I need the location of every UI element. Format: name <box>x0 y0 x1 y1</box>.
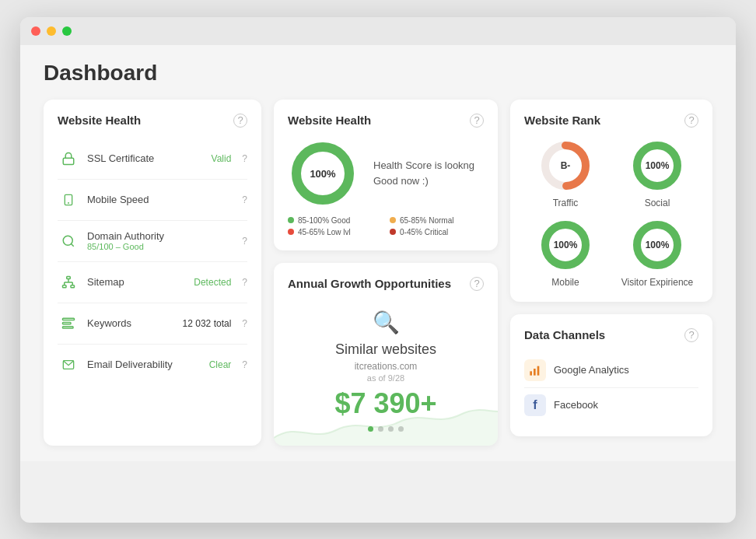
health-legend: 85-100% Good 65-85% Normal 45-65% Low lv… <box>288 216 484 236</box>
email-status: Clear <box>209 359 232 370</box>
website-health-sidebar-card: Website Health ? SSL Certificate Valid ? <box>44 100 261 446</box>
sitemap-icon <box>58 271 79 293</box>
sitemap-status: Detected <box>194 277 231 288</box>
ssl-icon <box>58 148 79 170</box>
domain-subtext: 85/100 – Good <box>87 242 231 251</box>
email-help[interactable]: ? <box>242 359 247 370</box>
rank-help[interactable]: ? <box>684 114 698 128</box>
legend-item-critical: 0-45% Critical <box>390 228 484 236</box>
growth-domain: itcreations.com <box>355 361 418 372</box>
mobile-rank-label: Mobile <box>551 277 579 288</box>
website-rank-card: Website Rank ? B- <box>510 100 712 302</box>
close-button[interactable] <box>31 26 40 36</box>
email-label: Email Deliverability <box>87 359 201 370</box>
app-window: Dashboard Website Health ? SSL Certifica… <box>20 17 736 523</box>
growth-similar-label: Similar websites <box>335 341 436 358</box>
svg-rect-14 <box>63 326 74 327</box>
svg-rect-0 <box>63 158 74 164</box>
social-donut: 100% <box>630 138 684 193</box>
social-value: 100% <box>646 160 670 171</box>
search-icon: 🔍 <box>373 310 400 335</box>
traffic-label: Traffic <box>553 198 579 208</box>
growth-chart <box>274 391 498 446</box>
channel-facebook[interactable]: f Facebook <box>524 388 698 422</box>
mobile-help[interactable]: ? <box>242 194 247 205</box>
middle-column: Website Health ? 100% Health Score is lo… <box>274 100 498 446</box>
sidebar-card-header: Website Health ? <box>58 114 247 128</box>
channels-title: Data Channels <box>524 328 605 341</box>
growth-header: Annual Growth Opportunities ? <box>288 277 484 291</box>
rank-item-visitor: 100% Visitor Expirience <box>616 218 698 288</box>
ssl-status: Valid <box>212 153 232 164</box>
rank-header: Website Rank ? <box>524 114 698 128</box>
maximize-button[interactable] <box>62 26 72 36</box>
domain-help[interactable]: ? <box>242 236 247 247</box>
annual-growth-card: Annual Growth Opportunities ? 🔍 Similar … <box>274 263 498 446</box>
legend-dot-normal <box>390 217 396 223</box>
legend-dot-good <box>288 217 294 223</box>
donut-section: 100% Health Score is lookng Good now :) <box>288 138 484 208</box>
legend-item-normal: 65-85% Normal <box>390 216 484 225</box>
keywords-status: 12 032 total <box>183 318 232 329</box>
health-donut-help[interactable]: ? <box>470 114 484 128</box>
analytics-icon <box>524 359 546 381</box>
svg-line-4 <box>71 243 73 246</box>
rank-item-traffic: B- Traffic <box>524 138 607 208</box>
health-item-sitemap: Sitemap Detected ? <box>58 262 247 303</box>
growth-title: Annual Growth Opportunities <box>288 277 451 290</box>
svg-rect-7 <box>71 285 75 287</box>
mobile-rank-value: 100% <box>554 240 578 250</box>
health-item-email: Email Deliverability Clear ? <box>58 345 247 385</box>
main-donut: 100% <box>288 138 358 208</box>
domain-label: Domain Authority <box>87 230 231 242</box>
health-score-text: Health Score is lookng Good now :) <box>373 158 484 188</box>
growth-date: as of 9/28 <box>367 373 404 383</box>
traffic-donut: B- <box>538 138 593 193</box>
domain-icon <box>58 230 79 252</box>
page-title: Dashboard <box>44 61 712 86</box>
visitor-label: Visitor Expirience <box>621 277 693 288</box>
minimize-button[interactable] <box>47 26 56 36</box>
legend-item-good: 85-100% Good <box>288 216 382 225</box>
health-donut-header: Website Health ? <box>288 114 484 128</box>
social-label: Social <box>645 198 670 208</box>
email-icon <box>58 354 79 376</box>
analytics-name: Google Analytics <box>554 364 629 376</box>
ssl-help[interactable]: ? <box>242 153 247 164</box>
visitor-value: 100% <box>646 240 670 250</box>
sitemap-label: Sitemap <box>87 276 186 288</box>
right-column: Website Rank ? B- <box>510 100 712 446</box>
svg-point-3 <box>63 236 72 245</box>
rank-item-social: 100% Social <box>616 138 698 208</box>
legend-item-low: 45-65% Low lvl <box>288 228 382 236</box>
growth-help[interactable]: ? <box>470 277 484 291</box>
ssl-label: SSL Certificate <box>87 152 204 164</box>
svg-rect-5 <box>67 276 71 278</box>
health-item-keywords: Keywords 12 032 total ? <box>58 303 247 345</box>
channels-help[interactable]: ? <box>684 328 698 342</box>
health-item-ssl: SSL Certificate Valid ? <box>58 138 247 180</box>
legend-dot-low <box>288 229 294 235</box>
sitemap-help[interactable]: ? <box>242 277 247 288</box>
svg-rect-13 <box>63 322 72 324</box>
visitor-donut: 100% <box>630 218 684 272</box>
health-donut-title: Website Health <box>288 114 371 127</box>
facebook-icon: f <box>524 394 546 416</box>
svg-rect-6 <box>63 285 67 287</box>
sidebar-help-icon[interactable]: ? <box>233 114 247 128</box>
facebook-name: Facebook <box>554 399 598 411</box>
sidebar-card-title: Website Health <box>58 114 141 127</box>
channel-analytics[interactable]: Google Analytics <box>524 353 698 388</box>
traffic-value: B- <box>561 160 571 171</box>
keywords-help[interactable]: ? <box>242 318 247 329</box>
rank-title: Website Rank <box>524 114 600 127</box>
data-channels-card: Data Channels ? Google Analytics f Faceb… <box>510 314 712 436</box>
mobile-icon <box>58 189 79 211</box>
legend-dot-critical <box>390 229 396 235</box>
titlebar <box>20 17 736 45</box>
mobile-label: Mobile Speed <box>87 194 231 205</box>
health-item-domain: Domain Authority 85/100 – Good ? <box>58 221 247 262</box>
svg-rect-28 <box>537 366 540 375</box>
rank-grid: B- Traffic 100% <box>524 138 698 288</box>
svg-rect-12 <box>63 318 75 320</box>
